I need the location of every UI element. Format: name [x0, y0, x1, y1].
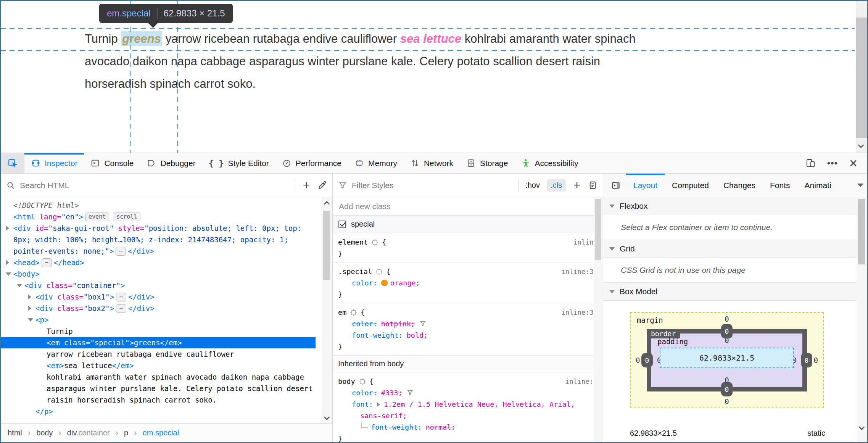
- border-right-value[interactable]: 0: [801, 353, 812, 367]
- tree-node-head[interactable]: <head>⋯</head>: [1, 257, 316, 268]
- page-scrollbar-thumb[interactable]: [856, 18, 867, 138]
- tree-node-html[interactable]: <html lang="en">eventscroll: [1, 211, 316, 222]
- layout-scrollbar-thumb[interactable]: [858, 199, 865, 264]
- tree-node-box2[interactable]: <div class="box2">⋯</div>: [1, 303, 316, 314]
- toggle-class-panel-button[interactable]: .cls: [547, 179, 566, 192]
- highlight-selector-icon[interactable]: [375, 268, 383, 275]
- twisty-icon[interactable]: [6, 272, 11, 276]
- toggle-pseudo-class-button[interactable]: :hov: [523, 179, 542, 191]
- breadcrumb-em-special[interactable]: em.special: [143, 429, 179, 437]
- page-scrollbar[interactable]: [856, 1, 867, 153]
- rule-source-link[interactable]: inline:37: [561, 307, 597, 318]
- ellipsis-badge[interactable]: ⋯: [116, 247, 126, 256]
- meatball-menu-icon[interactable]: •••: [827, 158, 838, 169]
- declaration-font-weight-bold[interactable]: font-weight:bold;: [338, 330, 597, 341]
- tree-node-container[interactable]: <div class="container">: [1, 280, 316, 291]
- scroll-badge[interactable]: scroll: [113, 213, 140, 221]
- declaration-font-weight-normal-overridden[interactable]: font-weight:normal;: [338, 422, 597, 433]
- eyedropper-icon[interactable]: [317, 180, 327, 190]
- box-model-content[interactable]: 62.9833×21.5: [660, 348, 794, 368]
- ellipsis-badge[interactable]: ⋯: [116, 304, 126, 313]
- declaration-color-orange[interactable]: color:orange;: [338, 277, 597, 289]
- tab-changes[interactable]: Changes: [716, 174, 763, 197]
- expand-shorthand-icon[interactable]: [377, 402, 382, 407]
- padding-bottom-value[interactable]: 0: [725, 376, 729, 384]
- event-badge[interactable]: event: [85, 213, 109, 221]
- tree-node-doctype[interactable]: <!DOCTYPE html>: [1, 200, 316, 211]
- breadcrumb-div-container[interactable]: div.container: [67, 429, 110, 437]
- scroll-down-icon[interactable]: [324, 414, 330, 420]
- box-model-section-header[interactable]: Box Model: [603, 283, 867, 301]
- stylesheet-icon[interactable]: [588, 180, 597, 190]
- styles-scrollbar[interactable]: [594, 197, 603, 442]
- breadcrumb-p[interactable]: p: [124, 429, 128, 437]
- breadcrumb-html[interactable]: html: [8, 429, 22, 437]
- styles-scrollbar-thumb[interactable]: [595, 199, 601, 260]
- tab-animations[interactable]: Animati: [797, 174, 839, 197]
- highlight-selector-icon[interactable]: [350, 309, 357, 316]
- tree-text-node[interactable]: kohlrabi amaranth water spinach avocado …: [1, 371, 316, 406]
- margin-left-value[interactable]: 0: [636, 356, 640, 364]
- close-devtools-icon[interactable]: ×: [849, 156, 857, 170]
- sidebar-toggle-icon[interactable]: [611, 180, 621, 190]
- box-model-border[interactable]: border 0 0 0 0 padding 0 0 0 0 62.9833×2…: [647, 329, 807, 391]
- tree-node-saka-gui-root[interactable]: <div id="saka-gui-root" style="position:…: [1, 222, 316, 257]
- tab-style-editor[interactable]: { } Style Editor: [202, 153, 275, 173]
- tab-inspector[interactable]: Inspector: [24, 153, 84, 173]
- tree-node-p-close[interactable]: </p>: [1, 406, 316, 417]
- tree-node-box1[interactable]: <div class="box1">⋯</div>: [1, 291, 316, 303]
- tree-node-p[interactable]: <p>: [1, 314, 316, 325]
- declaration-font-shorthand[interactable]: font:1.2em / 1.5 Helvetica Neue, Helveti…: [338, 399, 597, 410]
- add-class-input[interactable]: [339, 202, 597, 211]
- all-tabs-menu-button[interactable]: [854, 174, 867, 197]
- scroll-up-icon[interactable]: [324, 201, 330, 207]
- twisty-icon[interactable]: [6, 226, 9, 231]
- twisty-icon[interactable]: [6, 260, 9, 265]
- tab-computed[interactable]: Computed: [665, 174, 716, 197]
- grid-section-header[interactable]: Grid: [603, 240, 867, 258]
- class-checkbox-checked[interactable]: [338, 221, 346, 228]
- highlight-selector-icon[interactable]: [371, 239, 378, 246]
- tab-debugger[interactable]: Debugger: [140, 153, 202, 173]
- tab-network[interactable]: Network: [404, 153, 460, 173]
- pick-element-button[interactable]: [1, 153, 24, 173]
- layout-scrollbar[interactable]: [857, 197, 867, 442]
- declaration-color-hotpink-overridden[interactable]: color:hotpink;: [338, 318, 597, 330]
- twisty-icon[interactable]: [17, 284, 22, 287]
- overridden-filter-icon[interactable]: [419, 320, 427, 327]
- border-left-value[interactable]: 0: [641, 353, 653, 367]
- tab-performance[interactable]: Performance: [275, 153, 348, 173]
- twisty-icon[interactable]: [28, 294, 31, 300]
- margin-bottom-value[interactable]: 0: [725, 397, 729, 406]
- search-html-input[interactable]: [20, 181, 290, 190]
- ellipsis-badge[interactable]: ⋯: [42, 258, 52, 267]
- tree-scrollbar[interactable]: [322, 197, 332, 423]
- rule-source-link[interactable]: inline:2: [565, 376, 597, 387]
- scroll-down-icon[interactable]: [858, 142, 864, 148]
- add-node-button[interactable]: +: [300, 179, 313, 192]
- tab-memory[interactable]: Memory: [348, 153, 404, 173]
- filter-styles-input[interactable]: [352, 181, 514, 190]
- color-swatch-orange[interactable]: [381, 280, 388, 286]
- tab-layout[interactable]: Layout: [626, 174, 665, 197]
- highlight-selector-icon[interactable]: [359, 378, 366, 385]
- tree-scrollbar-thumb[interactable]: [323, 211, 330, 280]
- box-model-margin[interactable]: margin 0 0 0 0 border 0 0 0 0 padding 0: [630, 312, 824, 408]
- padding-top-value[interactable]: 0: [725, 336, 729, 345]
- tab-console[interactable]: Console: [84, 153, 140, 173]
- overridden-filter-icon[interactable]: [406, 389, 414, 396]
- margin-top-value[interactable]: 0: [725, 315, 729, 323]
- responsive-design-icon[interactable]: [805, 158, 816, 168]
- twisty-icon[interactable]: [28, 318, 33, 322]
- flexbox-section-header[interactable]: Flexbox: [603, 197, 867, 215]
- add-rule-button[interactable]: +: [570, 179, 583, 192]
- twisty-icon[interactable]: [28, 306, 31, 311]
- breadcrumb-body[interactable]: body: [36, 429, 53, 437]
- tree-node-body[interactable]: <body>: [1, 268, 316, 280]
- tree-node-em-special-selected[interactable]: <em class="special">greens</em>: [1, 337, 316, 348]
- margin-right-value[interactable]: 0: [814, 356, 818, 364]
- tab-fonts[interactable]: Fonts: [763, 174, 797, 197]
- tree-text-node[interactable]: Turnip: [1, 325, 316, 337]
- ellipsis-badge[interactable]: ⋯: [116, 293, 126, 301]
- tree-text-node[interactable]: yarrow ricebean rutabaga endive cauliflo…: [1, 348, 316, 360]
